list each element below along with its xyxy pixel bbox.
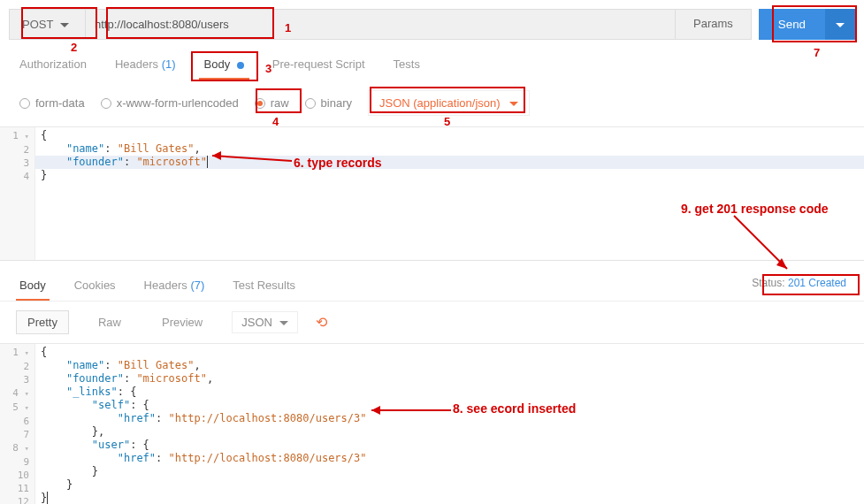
unsaved-dot-icon [237, 62, 244, 69]
app-root: { "request": { "method": "POST", "url": … [0, 0, 864, 504]
editor-gutter: 1 ▾ 2 3 4 [0, 127, 35, 260]
url-input[interactable] [85, 9, 676, 40]
radio-binary[interactable]: binary [305, 96, 352, 110]
params-button[interactable]: Params [676, 9, 752, 40]
response-body-editor[interactable]: 1 ▾ 2 3 4 ▾ 5 ▾ 6 7 8 ▾ 9 10 11 12 { "na… [0, 343, 864, 504]
request-tabs: Authorization Headers (1) Body Pre-reque… [0, 40, 864, 80]
chevron-down-icon [60, 18, 69, 31]
request-body-editor[interactable]: 1 ▾ 2 3 4 { "name": "Bill Gates", "found… [0, 126, 864, 260]
send-button[interactable]: Send [759, 9, 825, 40]
view-pretty[interactable]: Pretty [16, 310, 69, 334]
body-type-row: form-data x-www-form-urlencoded raw bina… [0, 80, 864, 126]
content-type-label: JSON (application/json) [379, 96, 501, 110]
view-raw[interactable]: Raw [87, 310, 133, 334]
radio-formdata[interactable]: form-data [19, 96, 85, 110]
radio-icon [305, 98, 316, 109]
tab-headers-label: Headers [115, 57, 158, 71]
format-label: JSON [241, 316, 272, 329]
radio-raw[interactable]: raw [255, 96, 289, 110]
radio-icon [19, 98, 30, 109]
method-selector[interactable]: POST [9, 9, 85, 40]
send-label: Send [778, 18, 806, 31]
editor-code[interactable]: { "name": "Bill Gates", "founder": "micr… [0, 127, 864, 260]
editor-code[interactable]: { "name": "Bill Gates", "founder": "micr… [0, 344, 864, 504]
tab-resp-body[interactable]: Body [18, 273, 48, 301]
radio-label: raw [271, 96, 289, 110]
chevron-down-icon [279, 316, 288, 329]
content-type-select[interactable]: JSON (application/json) [368, 90, 530, 116]
tab-headers-count: (1) [162, 57, 176, 71]
editor-gutter: 1 ▾ 2 3 4 ▾ 5 ▾ 6 7 8 ▾ 9 10 11 12 [0, 344, 35, 504]
tab-body[interactable]: Body [203, 52, 246, 80]
response-view-bar: Pretty Raw Preview JSON ⟲ [0, 302, 864, 343]
send-dropdown-button[interactable] [825, 9, 855, 40]
radio-label: binary [321, 96, 352, 110]
tab-resp-testresults[interactable]: Test Results [231, 273, 297, 301]
tab-prerequest[interactable]: Pre-request Script [271, 52, 367, 80]
tab-tests[interactable]: Tests [392, 52, 422, 80]
response-tabs: Body Cookies Headers (7) Test Results St… [0, 261, 864, 302]
tab-body-label: Body [204, 57, 231, 71]
tab-resp-cookies[interactable]: Cookies [73, 273, 118, 301]
tab-authorization[interactable]: Authorization [18, 52, 88, 80]
radio-icon [101, 98, 111, 109]
chevron-down-icon [836, 18, 845, 31]
radio-label: form-data [35, 96, 85, 110]
view-preview[interactable]: Preview [150, 310, 214, 334]
method-value: POST [22, 18, 53, 31]
tab-resp-headers[interactable]: Headers (7) [142, 273, 207, 301]
tab-headers[interactable]: Headers (1) [113, 52, 178, 80]
tab-resp-headers-label: Headers [144, 279, 187, 292]
radio-urlencoded[interactable]: x-www-form-urlencoded [101, 96, 239, 110]
request-bar: POST Params Send [0, 0, 864, 40]
wrap-lines-icon[interactable]: ⟲ [316, 314, 327, 331]
radio-label: x-www-form-urlencoded [117, 96, 239, 110]
status-block: Status: 201 Created [752, 277, 846, 298]
status-value: 201 Created [788, 277, 846, 289]
chevron-down-icon [509, 96, 518, 110]
status-label: Status: [752, 277, 784, 289]
format-select[interactable]: JSON [232, 311, 298, 333]
tab-resp-headers-count: (7) [190, 279, 204, 292]
radio-icon [255, 98, 265, 109]
